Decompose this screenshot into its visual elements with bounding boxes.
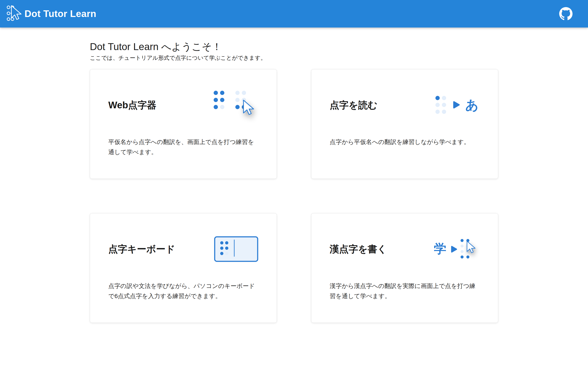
card-description: 点字から平仮名への翻訳を練習しながら学べます。 bbox=[330, 137, 480, 147]
card-title: Web点字器 bbox=[108, 99, 156, 112]
card-web-braille-writer[interactable]: Web点字器 平仮名から点字への翻訳を、画面上で点を打つ練習を通して学べます。 bbox=[90, 69, 277, 179]
braille-write-cursor-icon bbox=[213, 90, 258, 120]
braille-keyboard-icon bbox=[214, 236, 258, 262]
card-description: 点字の訳や文法を学びながら、パソコンのキーボードで6点式点字を入力する練習ができ… bbox=[108, 281, 258, 301]
page-subtitle: ここでは、チュートリアル形式で点字について学ぶことができます。 bbox=[90, 54, 498, 62]
card-grid: Web点字器 平仮名から点字への翻訳を、画面上で点を打つ練習を通して学べます。 … bbox=[90, 69, 498, 323]
svg-text:あ: あ bbox=[465, 98, 478, 112]
page-title: Dot Tutor Learn へようこそ！ bbox=[90, 40, 498, 53]
app-title: Dot Tutor Learn bbox=[24, 8, 96, 19]
card-title: 漢点字を書く bbox=[330, 243, 387, 256]
card-description: 平仮名から点字への翻訳を、画面上で点を打つ練習を通して学べます。 bbox=[108, 137, 258, 157]
card-write-kantenji[interactable]: 漢点字を書く 学 漢字から漢点字への翻訳を実際に画面上で点を打つ練習を通して学べ… bbox=[311, 213, 498, 323]
card-read-braille[interactable]: 点字を読む あ 点字から平仮名への翻訳を練習しながら学べます。 bbox=[311, 69, 498, 179]
svg-text:学: 学 bbox=[434, 242, 446, 256]
card-description: 漢字から漢点字への翻訳を実際に画面上で点を打つ練習を通して学べます。 bbox=[330, 281, 480, 301]
app-logo-icon bbox=[6, 5, 22, 22]
app-header: Dot Tutor Learn bbox=[0, 0, 588, 28]
braille-read-icon: あ bbox=[435, 95, 480, 115]
kantenji-write-cursor-icon: 学 bbox=[434, 238, 480, 260]
github-link[interactable] bbox=[559, 7, 572, 20]
card-braille-keyboard[interactable]: 点字キーボード 点字の訳や文法を学びながら、パソコンのキーボードで6点式点字を入… bbox=[90, 213, 277, 323]
card-title: 点字を読む bbox=[330, 99, 378, 112]
github-icon bbox=[559, 7, 572, 20]
card-title: 点字キーボード bbox=[108, 243, 175, 256]
main-content: Dot Tutor Learn へようこそ！ ここでは、チュートリアル形式で点字… bbox=[90, 28, 498, 323]
